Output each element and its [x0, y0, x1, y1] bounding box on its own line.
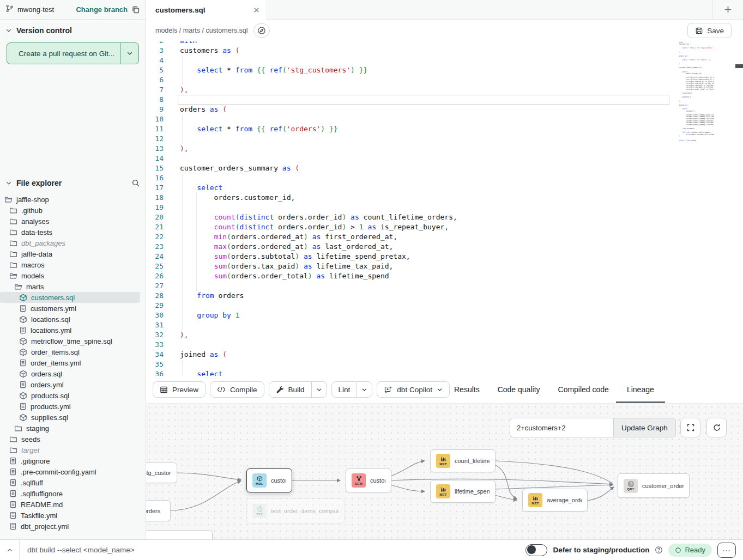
file-item-target[interactable]: target	[0, 445, 140, 455]
file-item--gitignore[interactable]: .gitignore	[0, 455, 140, 466]
file-item-products-sql[interactable]: products.sql	[0, 390, 140, 401]
branch-row: mwong-test Change branch	[0, 0, 146, 20]
file-item--sqlfluffignore[interactable]: .sqlfluffignore	[0, 488, 140, 499]
file-item-analyses[interactable]: analyses	[0, 216, 140, 227]
breadcrumb: models / marts / customers.sql	[155, 27, 248, 34]
new-tab-button[interactable]	[712, 0, 743, 19]
version-control-header[interactable]: Version control	[0, 20, 146, 39]
file-item-jaffle-shop[interactable]: jaffle-shop	[0, 194, 140, 205]
fullscreen-icon	[686, 423, 695, 432]
file-item-models[interactable]: models	[0, 270, 140, 281]
lint-label: Lint	[339, 386, 351, 394]
code-line: 28 from orders	[146, 291, 743, 301]
editor-scrollbar-thumb[interactable]	[735, 64, 743, 68]
code-line: 23 max(orders.ordered_at) as last_ordere…	[146, 242, 743, 252]
file-item-taskfile-yml[interactable]: Taskfile.yml	[0, 510, 140, 521]
code-line: 16	[146, 173, 743, 183]
panel-tab-lineage[interactable]: Lineage	[627, 376, 654, 403]
editor-minimap[interactable]: withcustomers as ( select * from {{ ref(…	[672, 41, 714, 150]
file-item-jaffle-data[interactable]: jaffle-data	[0, 248, 140, 259]
collapse-panel-button[interactable]	[0, 540, 20, 560]
lineage-node-count_lifetime_orders[interactable]: METcount_lifetime_orders	[430, 449, 496, 472]
save-button[interactable]: Save	[687, 23, 732, 38]
file-item-products-yml[interactable]: products.yml	[0, 401, 140, 412]
status-badge[interactable]: Ready	[668, 544, 712, 557]
more-options-button[interactable]: ...	[717, 543, 736, 558]
file-item-customers-yml[interactable]: customers.yml	[0, 303, 140, 314]
file-item-orders-sql[interactable]: orders.sql	[0, 368, 140, 379]
lineage-node-customers_model[interactable]: MDLcustomers	[246, 468, 292, 492]
lineage-node-stg_customers[interactable]: MDLstg_customers	[146, 462, 177, 483]
lineage-node-lifetime_spend_pretax[interactable]: METlifetime_spend_pretax	[430, 480, 496, 503]
close-icon[interactable]	[253, 7, 260, 14]
copy-icon[interactable]	[131, 5, 140, 14]
lint-button[interactable]: Lint	[332, 382, 357, 397]
tab-customers-sql[interactable]: customers.sql	[146, 0, 267, 20]
code-line: 20 count(distinct orders.order_id) as co…	[146, 212, 743, 222]
file-item-staging[interactable]: staging	[0, 423, 140, 434]
defer-toggle[interactable]	[525, 544, 547, 556]
file-explorer-header[interactable]: File explorer	[0, 172, 146, 192]
file-item-readme-md[interactable]: README.md	[0, 499, 140, 510]
search-icon[interactable]	[131, 179, 140, 187]
help-icon[interactable]	[655, 546, 663, 554]
file-item-supplies-sql[interactable]: supplies.sql	[0, 412, 140, 423]
create-pr-caret-button[interactable]	[120, 43, 138, 64]
code-line: 29	[146, 301, 743, 311]
lineage-node-average_order_value[interactable]: METaverage_order_value	[522, 489, 588, 512]
file-item-customers-sql[interactable]: customers.sql	[0, 292, 140, 303]
explore-docs-button[interactable]	[253, 23, 270, 38]
command-bar-right: Defer to staging/production Ready ...	[525, 543, 743, 558]
version-control-title: Version control	[16, 26, 72, 35]
file-item--github[interactable]: .github	[0, 205, 140, 216]
panel-tab-compiled-code[interactable]: Compiled code	[558, 376, 609, 403]
file-item-orders-yml[interactable]: orders.yml	[0, 379, 140, 390]
plus-icon	[723, 5, 733, 14]
chevron-down-icon	[316, 387, 322, 393]
file-item--sqlfluff[interactable]: .sqlfluff	[0, 477, 140, 488]
file-item-macros[interactable]: macros	[0, 259, 140, 270]
fullscreen-button[interactable]	[680, 418, 700, 437]
file-item-data-tests[interactable]: data-tests	[0, 227, 140, 238]
update-graph-button[interactable]: Update Graph	[613, 418, 676, 437]
node-type-badge: MET	[528, 493, 542, 507]
code-editor[interactable]: 2with3customers as (45 select * from {{ …	[146, 41, 743, 376]
file-item-order-items-sql[interactable]: order_items.sql	[0, 346, 140, 357]
lineage-node-customers_sem[interactable]: SEMcustomers	[346, 468, 391, 492]
lint-caret-button[interactable]	[357, 382, 372, 397]
file-item-marts[interactable]: marts	[0, 281, 140, 292]
refresh-button[interactable]	[706, 418, 727, 437]
file-item-order-items-yml[interactable]: order_items.yml	[0, 357, 140, 368]
file-item-dbt-project-yml[interactable]: dbt_project.yml	[0, 521, 140, 532]
lineage-node-orders[interactable]: MDLorders	[146, 500, 171, 521]
lineage-selector-input[interactable]	[510, 418, 613, 437]
code-line: 9orders as (	[146, 105, 743, 114]
lineage-node-partial_node[interactable]	[146, 530, 213, 539]
lineage-canvas[interactable]: MDLstg_customersMDLordersMDLcustomersTST…	[146, 403, 743, 539]
command-bar: dbt build --select <model_name> Defer to…	[0, 539, 743, 560]
lineage-node-test_order_items[interactable]: TSTtest_order_items_compute_to_bools...	[246, 498, 345, 524]
file-item-seeds[interactable]: seeds	[0, 434, 140, 445]
preview-label: Preview	[172, 386, 198, 394]
file-item-locations-sql[interactable]: locations.sql	[0, 314, 140, 325]
panel-tab-results[interactable]: Results	[454, 376, 480, 403]
panel-tab-code-quality[interactable]: Code quality	[498, 376, 540, 403]
file-item-locations-yml[interactable]: locations.yml	[0, 325, 140, 336]
code-line: 33	[146, 340, 743, 350]
file-item-metricflow-time-spine-sql[interactable]: metricflow_time_spine.sql	[0, 336, 140, 346]
dbt-copilot-button[interactable]: dbt Copilot	[377, 381, 450, 398]
tab-title: customers.sql	[155, 6, 249, 14]
file-item-dbt-packages[interactable]: dbt_packages	[0, 238, 140, 248]
build-button[interactable]: Build	[269, 382, 311, 397]
code-line: 5 select * from {{ ref('stg_customers') …	[146, 65, 743, 75]
lint-button-group: Lint	[331, 381, 373, 398]
change-branch-link[interactable]: Change branch	[76, 5, 128, 14]
code-line: 36 select	[146, 369, 743, 376]
compile-button[interactable]: Compile	[210, 381, 264, 398]
create-pr-button[interactable]: Create a pull request on Git...	[7, 43, 120, 64]
build-caret-button[interactable]	[311, 382, 327, 397]
file-item--pre-commit-config-yaml[interactable]: .pre-commit-config.yaml	[0, 466, 140, 477]
command-input[interactable]: dbt build --select <model_name>	[20, 546, 525, 554]
preview-button[interactable]: Preview	[153, 381, 206, 398]
lineage-node-customer_order_metrics[interactable]: QRYcustomer_order_metrics	[618, 473, 690, 498]
